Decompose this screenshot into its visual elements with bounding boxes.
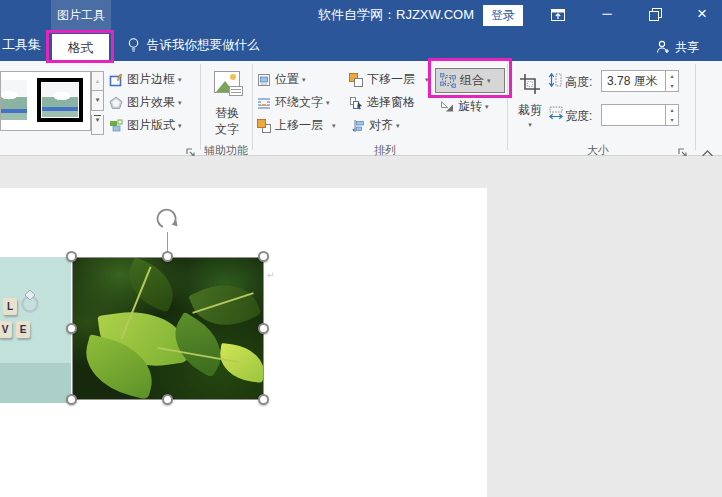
alt-text-picture-icon [214,71,240,93]
gallery-scroll-up-button[interactable]: ▴ [91,71,104,91]
height-value: 3.78 厘米 [602,73,665,90]
align-button[interactable]: 对齐 ▾ [352,117,400,134]
tile-letter: L [3,298,17,315]
rotation-handle[interactable] [156,208,180,232]
selection-handle-top-center[interactable] [162,251,173,262]
leaf-shape [217,343,264,383]
picture-styles-gallery [0,71,91,131]
selection-handle-top-right[interactable] [258,251,269,262]
selection-handle-top-left[interactable] [66,251,77,262]
bring-forward-button[interactable]: 上移一层 ▾ [257,117,336,134]
contextual-tab-header: 图片工具 [51,0,111,30]
picture-style-thumb-2[interactable] [37,78,83,122]
minimize-button[interactable]: ─ [594,0,620,30]
photo-bottom-band [0,363,71,403]
picture-effects-label: 图片效果 [127,94,175,111]
selection-handle-mid-right[interactable] [258,323,269,334]
width-label: 宽度: [565,108,592,125]
wrap-text-icon [257,96,271,110]
picture-border-icon [109,73,123,87]
send-backward-icon [349,73,363,87]
login-button[interactable]: 登录 [483,5,523,26]
picture-styles-dialog-launcher[interactable] [186,144,196,154]
titlebar: 图片工具 软件自学网：RJZXW.COM 登录 ─ × [0,0,722,30]
dropdown-arrow-icon: ▾ [512,121,548,129]
tell-me-box[interactable]: 告诉我你想要做什么 [126,30,260,61]
rotate-label: 旋转 [458,98,482,115]
width-input[interactable]: ▴ ▾ [601,104,679,126]
height-input[interactable]: 3.78 厘米 ▴ ▾ [601,70,679,92]
position-button[interactable]: 位置 ▾ [257,71,306,88]
dropdown-arrow-icon: ▾ [485,103,489,111]
leaf-shape [120,257,183,313]
selection-handle-bottom-center[interactable] [162,394,173,405]
selected-leaves-image[interactable] [72,257,264,400]
love-tiles-photo[interactable]: L V E [0,257,71,403]
group-divider [200,64,201,150]
selection-pane-button[interactable]: 选择窗格 [349,94,415,111]
picture-layout-icon [109,119,123,133]
picture-layout-button[interactable]: 图片版式 ▾ [109,117,182,134]
spin-up-icon[interactable]: ▴ [666,105,678,115]
tile-letter: V [0,321,12,338]
style-thumb-landscape [0,80,27,120]
close-button[interactable]: × [688,0,716,30]
selection-handle-bottom-right[interactable] [258,394,269,405]
document-area[interactable]: L V E [0,156,722,497]
sun-icon [230,74,236,80]
picture-layout-label: 图片版式 [127,117,175,134]
send-backward-label: 下移一层 [367,71,415,88]
picture-border-button[interactable]: 图片边框 ▾ [109,71,182,88]
tell-me-label: 告诉我你想要做什么 [147,37,260,54]
dropdown-arrow-icon: ▾ [326,99,330,107]
format-tab-highlight [46,30,114,63]
ribbon-tab-row: 工具集 格式 告诉我你想要做什么 共享 [0,30,722,61]
selection-pane-icon [349,96,363,110]
gallery-more-button[interactable]: ▾ [91,115,104,135]
word-window: 图片工具 软件自学网：RJZXW.COM 登录 ─ × 工具集 格式 [0,0,722,497]
dropdown-arrow-icon: ▾ [302,76,306,84]
group-divider [695,64,696,150]
ribbon-display-options-button[interactable] [550,7,572,23]
send-backward-button[interactable]: 下移一层 ▾ [349,71,429,88]
ribbon-display-options-icon [550,7,566,23]
rotate-button[interactable]: 旋转 ▾ [440,98,489,115]
bring-forward-icon [257,119,271,133]
selection-handle-mid-left[interactable] [66,323,77,334]
wrap-text-button[interactable]: 环绕文字 ▾ [257,94,330,111]
picture-style-thumb-1[interactable] [0,80,27,120]
tab-toolset-partial[interactable]: 工具集 [2,30,41,60]
align-icon [352,119,365,133]
selection-pane-label: 选择窗格 [367,94,415,111]
selection-handle-bottom-left[interactable] [66,394,77,405]
group-divider [252,64,253,150]
share-button[interactable]: 共享 [655,34,699,60]
collapse-ribbon-button[interactable] [701,144,715,154]
wrap-text-label: 环绕文字 [275,94,323,111]
align-label: 对齐 [369,117,393,134]
crop-icon [519,73,541,95]
gallery-scroll-down-button[interactable]: ▾ [91,91,104,111]
picture-effects-icon [109,96,123,110]
site-title-text: 软件自学网：RJZXW.COM [318,0,474,30]
width-icon [548,106,564,120]
dropdown-arrow-icon: ▾ [332,122,336,130]
spin-down-icon[interactable]: ▾ [666,115,678,125]
alt-text-button[interactable]: 替换 文字 [203,67,251,141]
dropdown-arrow-icon: ▾ [178,99,182,107]
size-dialog-launcher[interactable] [678,144,688,154]
alt-text-label-1: 替换 [203,105,251,122]
bring-forward-label: 上移一层 [275,117,323,134]
height-icon [548,72,562,88]
restore-icon [648,7,663,22]
crop-button[interactable]: 裁剪 ▾ [512,69,548,141]
picture-effects-button[interactable]: 图片效果 ▾ [109,94,182,111]
alt-text-label-2: 文字 [203,121,251,138]
share-label: 共享 [675,39,699,56]
height-spinner[interactable]: ▴ ▾ [665,71,678,91]
spin-down-icon[interactable]: ▾ [666,81,678,91]
spin-up-icon[interactable]: ▴ [666,71,678,81]
width-spinner[interactable]: ▴ ▾ [665,105,678,125]
restore-button[interactable] [642,7,668,27]
ribbon: ▴ ▾ ▾ 图片边框 ▾ 图片效果 ▾ [0,61,722,156]
